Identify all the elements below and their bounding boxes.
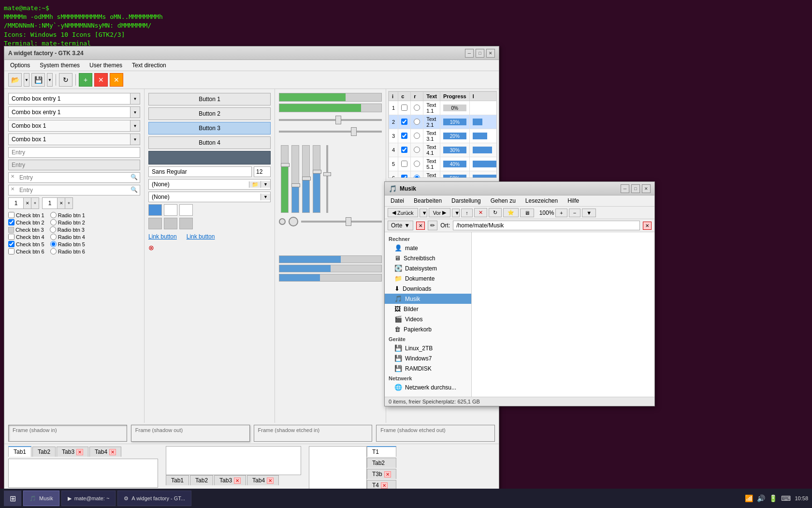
fm-back-button[interactable]: ◀ Zurück bbox=[388, 208, 418, 217]
color-btn-blue[interactable] bbox=[148, 204, 162, 216]
vert-thumb-3[interactable] bbox=[302, 177, 311, 180]
fm-clear-path-button[interactable]: ✕ bbox=[643, 222, 652, 230]
fm-sidebar-item-musik[interactable]: 🎵 Musik bbox=[385, 294, 471, 304]
button-2[interactable]: Button 2 bbox=[148, 107, 271, 120]
entry-field-2[interactable] bbox=[8, 160, 140, 170]
checkbox-3[interactable]: Check btn 3 bbox=[8, 226, 44, 233]
fm-sidebar-item-linux2tb[interactable]: 💾 Linux_2TB bbox=[385, 343, 471, 353]
slider-thumb-1[interactable] bbox=[335, 116, 341, 124]
combo-box-2-input[interactable] bbox=[9, 134, 130, 144]
checkbox-2[interactable]: Check btn 2 bbox=[8, 219, 44, 225]
start-button[interactable]: ⊞ bbox=[4, 491, 21, 506]
checkbox-6[interactable]: Check btn 6 bbox=[8, 248, 44, 254]
horiz-thumb-sm[interactable] bbox=[346, 217, 351, 226]
fm-maximize-button[interactable]: □ bbox=[631, 184, 640, 193]
taskbar-app-widget-factory[interactable]: ⚙ A widget factory - GT... bbox=[117, 491, 191, 506]
radio-4[interactable]: Radio btn 4 bbox=[50, 234, 85, 240]
fm-menu-datei[interactable]: Datei bbox=[389, 196, 406, 205]
link-button-1[interactable]: Link button bbox=[148, 233, 177, 240]
entry-icon-input-1[interactable] bbox=[16, 173, 129, 182]
combo-box-entry-1-input[interactable] bbox=[9, 94, 130, 104]
color-btn-gray-2[interactable] bbox=[164, 218, 177, 229]
reload-button[interactable]: ↻ bbox=[59, 73, 72, 87]
tab-tab3-top[interactable]: Tab3 ✕ bbox=[57, 447, 88, 457]
combo-box-entry-2-arrow[interactable]: ▼ bbox=[130, 107, 140, 118]
col-header-r[interactable]: r bbox=[411, 92, 423, 101]
combo-box-1-arrow[interactable]: ▼ bbox=[130, 120, 140, 131]
tab-tab2-top[interactable]: Tab2 bbox=[32, 447, 56, 457]
color-btn-white-2[interactable] bbox=[179, 204, 193, 216]
entry-clear-icon[interactable]: ✕ bbox=[9, 173, 16, 182]
radio-1[interactable]: Radio btn 1 bbox=[50, 212, 85, 218]
fm-minimize-button[interactable]: ─ bbox=[621, 184, 629, 193]
vert-slider-blue-1[interactable] bbox=[291, 145, 299, 213]
tab-t4-right-close[interactable]: ✕ bbox=[381, 482, 388, 489]
spinner-2-add[interactable]: + bbox=[65, 198, 72, 209]
taskbar-app-terminal[interactable]: ▶ mate@mate: ~ bbox=[61, 491, 116, 506]
taskbar-volume-icon[interactable]: 🔊 bbox=[757, 494, 765, 502]
taskbar-power-icon[interactable]: 🔋 bbox=[769, 494, 777, 502]
entry-search-icon-1[interactable]: 🔍 bbox=[129, 173, 140, 182]
entry-clear-icon-2[interactable]: ✕ bbox=[9, 185, 16, 195]
fm-zoom-in[interactable]: + bbox=[555, 209, 567, 217]
close-action-button[interactable]: ✕ bbox=[110, 73, 123, 87]
tab-tab4-top[interactable]: Tab4 ✕ bbox=[89, 447, 121, 457]
entry-search-icon-2[interactable]: 🔍 bbox=[129, 185, 140, 195]
fm-sidebar-item-netzwerk[interactable]: 🌐 Netzwerk durchsu... bbox=[385, 382, 471, 392]
fm-zoom-out[interactable]: − bbox=[569, 209, 580, 217]
menu-user-themes[interactable]: User themes bbox=[87, 61, 124, 70]
fm-sidebar-item-schreibtisch[interactable]: 🖥 Schreibtisch bbox=[385, 253, 471, 263]
open-dropdown-arrow[interactable]: ▼ bbox=[24, 73, 29, 87]
minimize-button[interactable]: ─ bbox=[465, 49, 474, 58]
fm-edit-location-button[interactable]: ✏ bbox=[428, 221, 437, 230]
fm-sidebar-item-ramdisk[interactable]: 💾 RAMDISK bbox=[385, 363, 471, 374]
spinner-2-clear[interactable]: ✕ bbox=[57, 198, 65, 209]
table-row[interactable]: 1 Text 1.1 0% bbox=[389, 101, 497, 115]
table-row[interactable]: 5 Text 5.1 40% bbox=[389, 157, 497, 171]
combo-none-2-input[interactable] bbox=[149, 192, 261, 202]
font-size-input[interactable] bbox=[254, 166, 271, 177]
col-header-i[interactable]: i bbox=[389, 92, 398, 101]
close-button[interactable]: ✕ bbox=[486, 49, 495, 58]
color-btn-white-1[interactable] bbox=[164, 204, 177, 216]
checkbox-1[interactable]: Check btn 1 bbox=[8, 212, 44, 218]
tree-table-scroll[interactable]: i c r Text Progress l 1 bbox=[388, 91, 497, 178]
fm-stop-button[interactable]: ✕ bbox=[474, 208, 487, 217]
fm-bookmarks-button[interactable]: ⭐ bbox=[503, 208, 519, 217]
taskbar-keyboard-icon[interactable]: ⌨ bbox=[781, 494, 791, 502]
fm-places-button[interactable]: Orte ▼ bbox=[388, 221, 413, 230]
tab-t3b-right-close[interactable]: ✕ bbox=[384, 471, 391, 478]
combo-box-1-input[interactable] bbox=[9, 121, 130, 131]
fm-reload-button[interactable]: ↻ bbox=[489, 208, 502, 217]
fm-zoom-dropdown[interactable]: ▼ bbox=[582, 209, 596, 217]
file-choose-btn-1[interactable]: 📁 bbox=[249, 181, 261, 188]
radio-6[interactable]: Radio btn 6 bbox=[50, 248, 85, 254]
tab-tab3-bottom[interactable]: Tab3 ✕ bbox=[214, 475, 246, 485]
fm-sidebar-item-papierkorb[interactable]: 🗑 Papierkorb bbox=[385, 324, 471, 334]
col-header-c[interactable]: c bbox=[398, 92, 411, 101]
combo-none-1-dropdown[interactable]: ▼ bbox=[261, 181, 270, 188]
tab-tab2-bottom[interactable]: Tab2 bbox=[190, 475, 213, 485]
fm-forward-button[interactable]: Vor ▶ bbox=[429, 208, 451, 217]
spinner-1-input[interactable] bbox=[9, 198, 23, 209]
button-3[interactable]: Button 3 bbox=[148, 122, 271, 134]
fm-sidebar-item-windows7[interactable]: 💾 Windows7 bbox=[385, 353, 471, 363]
save-dropdown-arrow[interactable]: ▼ bbox=[47, 73, 53, 87]
taskbar-app-musik[interactable]: 🎵 Musik bbox=[23, 491, 59, 506]
radio-5[interactable]: Radio btn 5 bbox=[50, 241, 85, 247]
menu-system-themes[interactable]: System themes bbox=[38, 61, 82, 70]
fm-menu-hilfe[interactable]: Hilfe bbox=[566, 196, 581, 205]
tab-tab4-top-close[interactable]: ✕ bbox=[109, 449, 116, 455]
radio-3[interactable]: Radio btn 3 bbox=[50, 226, 85, 233]
fm-sidebar-item-videos[interactable]: 🎬 Videos bbox=[385, 314, 471, 324]
fm-sidebar-item-dateisystem[interactable]: 💽 Dateisystem bbox=[385, 263, 471, 273]
fm-sidebar-item-dokumente[interactable]: 📁 Dokumente bbox=[385, 273, 471, 284]
fm-forward-dropdown[interactable]: ▼ bbox=[452, 209, 460, 217]
radio-2[interactable]: Radio btn 2 bbox=[50, 219, 85, 225]
table-row[interactable]: 3 Text 3.1 20% bbox=[389, 129, 497, 143]
spinner-1-clear[interactable]: ✕ bbox=[23, 198, 31, 209]
fm-location-input[interactable] bbox=[453, 221, 640, 230]
entry-icon-input-2[interactable] bbox=[16, 185, 129, 195]
open-button[interactable]: 📂 bbox=[8, 73, 22, 87]
delete-button[interactable]: ✕ bbox=[94, 73, 108, 87]
